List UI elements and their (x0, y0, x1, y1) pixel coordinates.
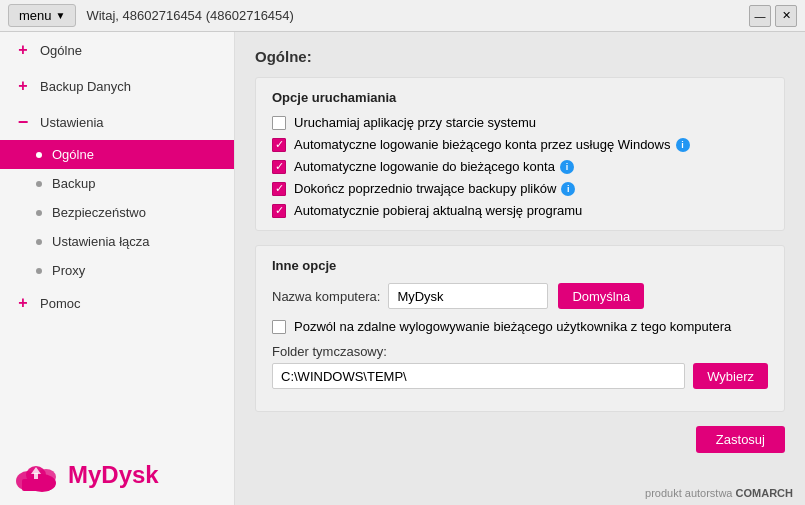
content-title: Ogólne: (255, 48, 785, 65)
sidebar-sub-item-proxy[interactable]: Proxy (0, 256, 234, 285)
plus-icon: + (14, 41, 32, 59)
default-button[interactable]: Domyślna (558, 283, 644, 309)
folder-label: Folder tymczasowy: (272, 344, 387, 359)
menu-chevron: ▼ (56, 10, 66, 21)
svg-rect-6 (34, 473, 38, 479)
main-layout: + Ogólne + Backup Danych − Ustawienia Og… (0, 32, 805, 505)
allow-remote-label: Pozwól na zdalne wylogowywanie bieżącego… (294, 319, 731, 334)
plus-icon: + (14, 294, 32, 312)
menu-button[interactable]: menu ▼ (8, 4, 76, 27)
section-other-options: Inne opcje Nazwa komputera: Domyślna Poz… (255, 245, 785, 412)
checkbox-opt4[interactable]: ✓ (272, 182, 286, 196)
window-title: Witaj, 48602716454 (48602716454) (86, 8, 749, 23)
close-button[interactable]: ✕ (775, 5, 797, 27)
sidebar-label-backup-danych: Backup Danych (40, 79, 131, 94)
computer-name-row: Nazwa komputera: Domyślna (272, 283, 768, 309)
minus-icon: − (14, 113, 32, 131)
computer-name-input[interactable] (388, 283, 548, 309)
sidebar-sub-label-ogolne: Ogólne (52, 147, 94, 162)
logo-text: MyDysk (68, 461, 159, 489)
option-label-3: Automatyczne logowanie do bieżącego kont… (294, 159, 555, 174)
content-area: Ogólne: Opcje uruchamiania Uruchamiaj ap… (235, 32, 805, 505)
menu-label: menu (19, 8, 52, 23)
info-icon-opt4[interactable]: i (561, 182, 575, 196)
footer-prefix: produkt autorstwa (645, 487, 732, 499)
sidebar-item-ogolne-top[interactable]: + Ogólne (0, 32, 234, 68)
sidebar-label-pomoc: Pomoc (40, 296, 80, 311)
info-icon-opt2[interactable]: i (676, 138, 690, 152)
footer-brand: COMARCH (736, 487, 793, 499)
sidebar-label-ogolne-top: Ogólne (40, 43, 82, 58)
window-controls: — ✕ (749, 5, 797, 27)
allow-remote-row: Pozwól na zdalne wylogowywanie bieżącego… (272, 319, 768, 334)
sidebar-sub-item-bezpieczenstwo[interactable]: Bezpieczeństwo (0, 198, 234, 227)
info-icon-opt3[interactable]: i (560, 160, 574, 174)
logo-cloud-icon (14, 457, 58, 493)
computer-name-label: Nazwa komputera: (272, 289, 380, 304)
folder-row: Wybierz (272, 363, 768, 389)
sidebar-sub-item-backup[interactable]: Backup (0, 169, 234, 198)
sidebar-sub-item-ustawienia-lacza[interactable]: Ustawienia łącza (0, 227, 234, 256)
sidebar-sub-item-ogolne[interactable]: Ogólne (0, 140, 234, 169)
option-label-2: Automatyczne logowanie bieżącego konta p… (294, 137, 671, 152)
plus-icon: + (14, 77, 32, 95)
bullet-icon (36, 210, 42, 216)
checkbox-opt1[interactable] (272, 116, 286, 130)
sidebar-item-pomoc[interactable]: + Pomoc (0, 285, 234, 321)
checkbox-opt5[interactable]: ✓ (272, 204, 286, 218)
folder-input[interactable] (272, 363, 685, 389)
checkbox-opt3[interactable]: ✓ (272, 160, 286, 174)
sidebar-sub-label-proxy: Proxy (52, 263, 85, 278)
section2-title: Inne opcje (272, 258, 768, 273)
option-row-3: ✓ Automatyczne logowanie do bieżącego ko… (272, 159, 768, 174)
checkbox-opt2[interactable]: ✓ (272, 138, 286, 152)
option-label-1: Uruchamiaj aplikację przy starcie system… (294, 115, 536, 130)
minimize-button[interactable]: — (749, 5, 771, 27)
choose-button[interactable]: Wybierz (693, 363, 768, 389)
checkbox-allow-remote[interactable] (272, 320, 286, 334)
sidebar-item-backup-danych[interactable]: + Backup Danych (0, 68, 234, 104)
sidebar-item-ustawienia[interactable]: − Ustawienia (0, 104, 234, 140)
sidebar: + Ogólne + Backup Danych − Ustawienia Og… (0, 32, 235, 505)
bullet-icon (36, 152, 42, 158)
sidebar-sub-label-bezpieczenstwo: Bezpieczeństwo (52, 205, 146, 220)
footer: produkt autorstwa COMARCH (645, 487, 793, 499)
apply-button[interactable]: Zastosuj (696, 426, 785, 453)
option-row-2: ✓ Automatyczne logowanie bieżącego konta… (272, 137, 768, 152)
option-label-5: Automatycznie pobieraj aktualną wersję p… (294, 203, 582, 218)
sidebar-label-ustawienia: Ustawienia (40, 115, 104, 130)
option-row-5: ✓ Automatycznie pobieraj aktualną wersję… (272, 203, 768, 218)
option-row-4: ✓ Dokończ poprzednio trwające backupy pl… (272, 181, 768, 196)
svg-rect-4 (22, 479, 50, 491)
bullet-icon (36, 268, 42, 274)
apply-row: Zastosuj (255, 426, 785, 453)
bullet-icon (36, 181, 42, 187)
option-label-4: Dokończ poprzednio trwające backupy plik… (294, 181, 556, 196)
option-row-1: Uruchamiaj aplikację przy starcie system… (272, 115, 768, 130)
bullet-icon (36, 239, 42, 245)
sidebar-sub-label-ustawienia-lacza: Ustawienia łącza (52, 234, 150, 249)
section-startup-options: Opcje uruchamiania Uruchamiaj aplikację … (255, 77, 785, 231)
sidebar-sub-label-backup: Backup (52, 176, 95, 191)
sidebar-bottom: MyDysk (0, 445, 234, 505)
titlebar: menu ▼ Witaj, 48602716454 (48602716454) … (0, 0, 805, 32)
section1-title: Opcje uruchamiania (272, 90, 768, 105)
